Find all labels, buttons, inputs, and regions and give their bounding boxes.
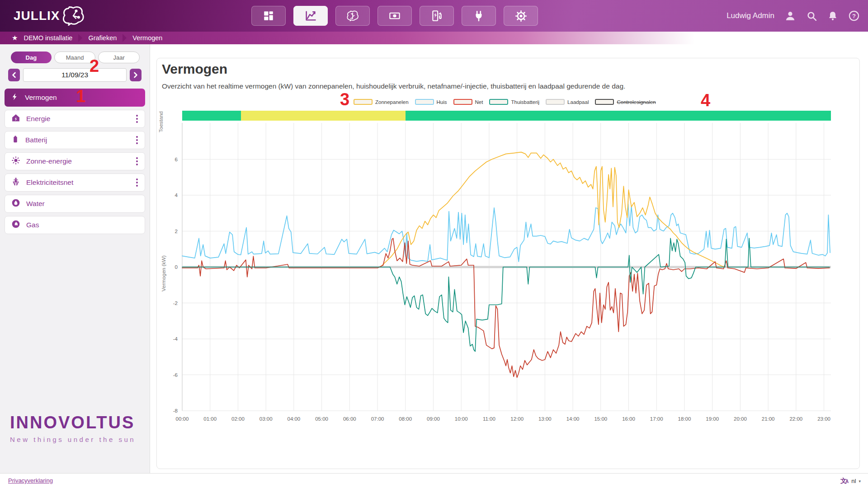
page-title: Vermogen xyxy=(162,61,227,77)
sidebar-item-label: Vermogen xyxy=(25,94,57,102)
legend-item-controlesignalen[interactable]: Controlesignalen xyxy=(595,99,656,105)
legend-item-huis[interactable]: Huis xyxy=(415,99,447,105)
sidebar-menu: Vermogen Energie Batterij xyxy=(5,89,145,234)
svg-text:-6: -6 xyxy=(173,372,178,378)
user-name: Ludwig Admin xyxy=(726,11,774,20)
sidebar-item-vermogen[interactable]: Vermogen xyxy=(5,89,145,107)
nav-charts-button[interactable] xyxy=(293,6,328,26)
svg-text:6: 6 xyxy=(175,157,178,162)
kebab-menu-icon[interactable] xyxy=(136,114,138,123)
legend-swatch xyxy=(489,99,508,105)
sidebar-item-zonne-energie[interactable]: Zonne-energie xyxy=(5,152,145,170)
svg-text:15:00: 15:00 xyxy=(594,416,607,422)
svg-text:02:00: 02:00 xyxy=(231,416,245,422)
svg-text:07:00: 07:00 xyxy=(371,416,384,422)
svg-text:16:00: 16:00 xyxy=(622,416,635,422)
legend-label: Thuisbatterij xyxy=(511,99,539,105)
favorite-star-icon[interactable]: ★ xyxy=(12,34,18,42)
nav-dashboard-button[interactable] xyxy=(251,6,286,26)
previous-day-button[interactable] xyxy=(8,69,20,81)
logo-text: JULLIX xyxy=(14,9,60,23)
legend-item-laadpaal[interactable]: Laadpaal xyxy=(546,99,589,105)
sidebar-item-label: Energie xyxy=(26,115,50,123)
legend-label: Laadpaal xyxy=(567,99,589,105)
svg-text:19:00: 19:00 xyxy=(706,416,719,422)
breadcrumb-grafieken[interactable]: Grafieken xyxy=(88,34,117,42)
lightning-icon xyxy=(11,92,19,103)
money-icon xyxy=(388,10,401,22)
svg-text:-4: -4 xyxy=(173,336,178,342)
gas-flame-icon xyxy=(11,220,20,230)
nav-ai-button[interactable] xyxy=(335,6,370,26)
breadcrumb-arrow-icon xyxy=(123,34,127,42)
kebab-menu-icon[interactable] xyxy=(136,136,138,145)
legend-item-zonnepanelen[interactable]: Zonnepanelen xyxy=(354,99,409,105)
kebab-menu-icon[interactable] xyxy=(136,178,138,187)
legend-label: Controlesignalen xyxy=(617,99,656,105)
sidebar-item-gas[interactable]: Gas xyxy=(5,216,145,234)
house-energy-icon xyxy=(11,113,20,124)
legend-swatch xyxy=(354,99,373,105)
period-tabs: Dag Maand Jaar xyxy=(11,52,140,63)
sidebar-item-label: Zonne-energie xyxy=(26,157,72,165)
legend-label: Net xyxy=(475,99,483,105)
svg-text:17:00: 17:00 xyxy=(650,416,663,422)
sidebar-item-water[interactable]: Water xyxy=(5,195,145,213)
legend-swatch xyxy=(595,99,614,105)
water-drop-icon xyxy=(11,198,20,209)
svg-text:14:00: 14:00 xyxy=(566,416,580,422)
nav-finance-button[interactable] xyxy=(377,6,412,26)
sidebar-item-elektriciteitsnet[interactable]: Elektriciteitsnet xyxy=(5,174,145,192)
notifications-bell-icon[interactable] xyxy=(827,10,838,22)
line-chart-icon xyxy=(304,9,317,22)
legend-swatch xyxy=(453,99,472,105)
translate-icon: 文A xyxy=(840,477,849,485)
svg-text:0: 0 xyxy=(175,264,178,270)
nav-settings-button[interactable] xyxy=(504,6,538,26)
sidebar-item-label: Water xyxy=(26,200,45,208)
pylon-icon xyxy=(11,177,20,188)
breadcrumb-installation[interactable]: DEMO installatie xyxy=(24,34,72,42)
language-selector[interactable]: 文A nl ▾ xyxy=(840,477,861,485)
next-day-button[interactable] xyxy=(130,69,142,81)
plug-icon xyxy=(473,10,485,22)
legend-item-thuisbatterij[interactable]: Thuisbatterij xyxy=(489,99,539,105)
main-nav xyxy=(251,6,538,26)
svg-text:00:00: 00:00 xyxy=(176,416,189,422)
brand-name: INNOVOLTUS xyxy=(10,413,136,432)
legend-item-net[interactable]: Net xyxy=(453,99,483,105)
user-avatar-icon[interactable] xyxy=(784,10,796,22)
kebab-menu-icon[interactable] xyxy=(136,157,138,166)
sun-icon xyxy=(11,156,20,167)
tab-dag[interactable]: Dag xyxy=(11,52,52,63)
svg-text:21:00: 21:00 xyxy=(762,416,775,422)
svg-text:-8: -8 xyxy=(173,408,178,413)
nav-ev-charger-button[interactable] xyxy=(420,6,454,26)
dashboard-icon xyxy=(263,10,274,22)
app-logo: JULLIX xyxy=(14,6,85,26)
tab-jaar[interactable]: Jaar xyxy=(98,52,140,63)
svg-text:09:00: 09:00 xyxy=(427,416,440,422)
svg-text:-2: -2 xyxy=(173,300,178,306)
breadcrumb-vermogen[interactable]: Vermogen xyxy=(132,34,162,42)
series-net xyxy=(182,238,830,377)
sidebar-item-label: Gas xyxy=(26,221,39,229)
sidebar-item-batterij[interactable]: Batterij xyxy=(5,131,145,149)
svg-text:20:00: 20:00 xyxy=(734,416,747,422)
app-header: JULLIX xyxy=(0,0,868,32)
svg-text:06:00: 06:00 xyxy=(343,416,356,422)
privacy-link[interactable]: Privacyverklaring xyxy=(8,477,53,484)
help-icon[interactable]: ? xyxy=(848,10,860,22)
date-navigation: 11/09/23 xyxy=(8,68,142,82)
date-input[interactable]: 11/09/23 xyxy=(23,68,127,82)
sidebar-item-energie[interactable]: Energie xyxy=(5,110,145,128)
svg-text:04:00: 04:00 xyxy=(287,416,300,422)
brain-logo-icon xyxy=(61,6,85,26)
gear-icon xyxy=(515,10,527,22)
power-chart[interactable]: 00:0001:0002:0003:0004:0005:0006:0007:00… xyxy=(152,108,848,430)
brain-icon xyxy=(346,10,359,22)
annotation-4: 4 xyxy=(701,92,710,109)
search-icon[interactable] xyxy=(806,10,817,22)
nav-consumers-button[interactable] xyxy=(462,6,496,26)
legend-swatch xyxy=(546,99,565,105)
